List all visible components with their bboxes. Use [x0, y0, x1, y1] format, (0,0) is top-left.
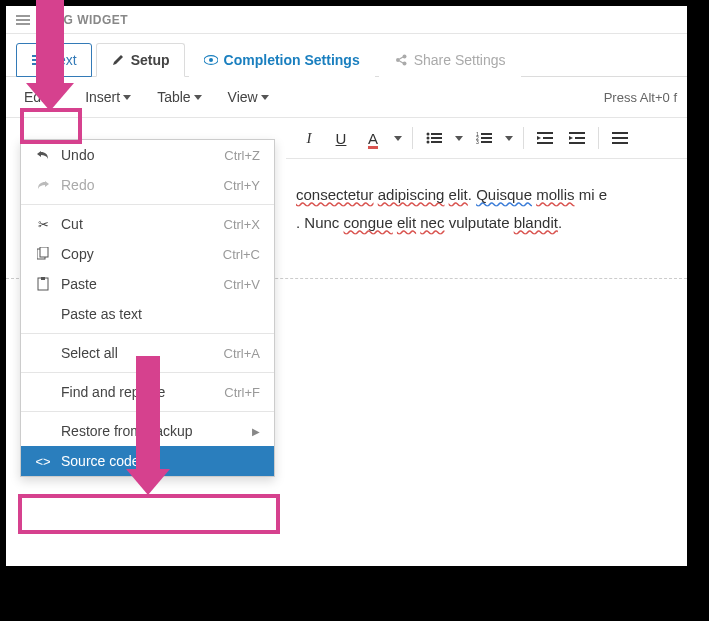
svg-rect-14 — [481, 137, 492, 139]
svg-rect-8 — [431, 137, 442, 139]
number-list-dropdown[interactable] — [501, 124, 517, 152]
tab-setup-label: Setup — [131, 52, 170, 68]
svg-rect-22 — [569, 142, 585, 144]
svg-point-1 — [209, 58, 213, 62]
caret-down-icon — [194, 95, 202, 100]
menu-item-shortcut: Ctrl+Z — [224, 148, 260, 163]
menu-item-paste[interactable]: Paste Ctrl+V — [21, 269, 274, 299]
menu-item-label: Source code — [61, 453, 260, 469]
drag-handle-icon — [16, 15, 30, 25]
svg-rect-24 — [612, 137, 628, 139]
menu-insert[interactable]: Insert — [77, 85, 139, 109]
text-color-button[interactable]: A — [358, 124, 388, 152]
svg-rect-23 — [612, 132, 628, 134]
tab-completion-settings[interactable]: Completion Settings — [189, 43, 375, 77]
menu-item-label: Paste — [61, 276, 214, 292]
caret-down-icon — [394, 136, 402, 141]
menu-item-label: Redo — [61, 177, 214, 193]
menu-separator — [21, 204, 274, 205]
svg-rect-16 — [481, 141, 492, 143]
drag-widget-bar[interactable]: DRAG WIDGET — [6, 6, 687, 34]
menu-item-label: Undo — [61, 147, 214, 163]
menu-item-shortcut: Ctrl+Y — [224, 178, 260, 193]
menu-item-label: Copy — [61, 246, 213, 262]
svg-rect-12 — [481, 133, 492, 135]
align-justify-button[interactable] — [605, 124, 635, 152]
toolbar-separator — [598, 127, 599, 149]
caret-down-icon — [455, 136, 463, 141]
svg-rect-29 — [41, 277, 45, 280]
share-icon — [394, 53, 408, 67]
svg-point-9 — [427, 141, 430, 144]
svg-rect-18 — [543, 137, 553, 139]
menu-item-shortcut: Ctrl+F — [224, 385, 260, 400]
scissors-icon: ✂ — [35, 217, 51, 232]
menu-item-undo[interactable]: Undo Ctrl+Z — [21, 140, 274, 170]
menu-item-label: Paste as text — [61, 306, 260, 322]
menu-item-shortcut: Ctrl+C — [223, 247, 260, 262]
number-list-button[interactable]: 123 — [469, 124, 499, 152]
redo-icon — [35, 179, 51, 191]
toolbar-separator — [412, 127, 413, 149]
svg-rect-20 — [569, 132, 585, 134]
toolbar-separator — [523, 127, 524, 149]
menu-item-shortcut: Ctrl+A — [224, 346, 260, 361]
svg-text:3: 3 — [476, 139, 479, 144]
copy-icon — [35, 247, 51, 261]
menu-table[interactable]: Table — [149, 85, 209, 109]
content-line-1: consectetur adipiscing elit. Quisque mol… — [296, 183, 677, 207]
svg-rect-21 — [575, 137, 585, 139]
keyboard-help-hint: Press Alt+0 f — [604, 90, 677, 105]
editor-menubar: Edit Insert Table View Press Alt+0 f — [6, 77, 687, 118]
svg-point-5 — [427, 133, 430, 136]
menu-item-shortcut: Ctrl+V — [224, 277, 260, 292]
caret-down-icon — [123, 95, 131, 100]
pencil-icon — [111, 53, 125, 67]
tab-completion-label: Completion Settings — [224, 52, 360, 68]
code-icon: <> — [35, 454, 51, 469]
outdent-button[interactable] — [530, 124, 560, 152]
menu-item-paste-as-text[interactable]: Paste as text — [21, 299, 274, 329]
menu-view[interactable]: View — [220, 85, 277, 109]
menu-item-shortcut: Ctrl+X — [224, 217, 260, 232]
caret-down-icon — [261, 95, 269, 100]
svg-rect-19 — [537, 142, 553, 144]
eye-icon — [204, 53, 218, 67]
menu-item-cut[interactable]: ✂ Cut Ctrl+X — [21, 209, 274, 239]
bullet-list-button[interactable] — [419, 124, 449, 152]
editor-toolbar: I U A 123 — [286, 118, 687, 159]
svg-rect-25 — [612, 142, 628, 144]
content-line-2: . Nunc congue elit nec vulputate blandit… — [296, 211, 677, 235]
svg-rect-10 — [431, 141, 442, 143]
menu-item-copy[interactable]: Copy Ctrl+C — [21, 239, 274, 269]
submenu-arrow-icon: ▶ — [252, 426, 260, 437]
tab-bar: Text Setup Completion Settings Share Set… — [6, 34, 687, 77]
bullet-list-dropdown[interactable] — [451, 124, 467, 152]
menu-separator — [21, 333, 274, 334]
svg-rect-6 — [431, 133, 442, 135]
indent-button[interactable] — [562, 124, 592, 152]
svg-rect-27 — [40, 247, 48, 257]
italic-button[interactable]: I — [294, 124, 324, 152]
tab-share-settings[interactable]: Share Settings — [379, 43, 521, 77]
clipboard-icon — [35, 277, 51, 291]
svg-point-7 — [427, 137, 430, 140]
tab-setup[interactable]: Setup — [96, 43, 185, 77]
svg-rect-17 — [537, 132, 553, 134]
menu-item-redo[interactable]: Redo Ctrl+Y — [21, 170, 274, 200]
undo-icon — [35, 149, 51, 161]
underline-button[interactable]: U — [326, 124, 356, 152]
text-color-dropdown[interactable] — [390, 124, 406, 152]
svg-point-4 — [402, 62, 406, 66]
svg-point-3 — [402, 55, 406, 59]
tab-share-label: Share Settings — [414, 52, 506, 68]
caret-down-icon — [505, 136, 513, 141]
menu-item-label: Cut — [61, 216, 214, 232]
